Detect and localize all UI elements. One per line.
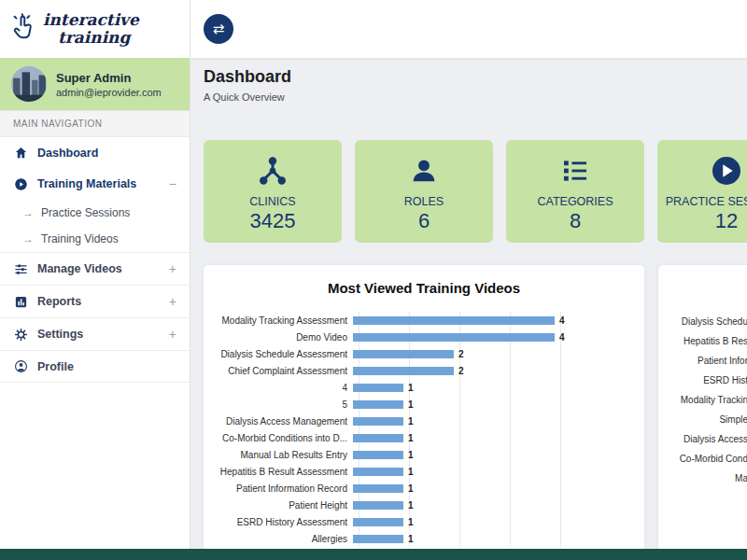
chart-plot: 1: [353, 429, 633, 446]
sidebar-item-profile[interactable]: Profile: [0, 350, 190, 383]
chart-row: Modality Tracking Assessment4: [215, 312, 633, 329]
chart-category-label: Chief Complaint Assessment: [215, 366, 353, 376]
chart-category-label: ESRD History Assessment: [215, 517, 353, 527]
stat-card-categories: CATEGORIES 8: [506, 140, 644, 243]
collapse-icon[interactable]: −: [169, 176, 176, 191]
chart-row: Hepatitis B Result Assessment1: [215, 463, 633, 480]
person-circle-icon: [13, 359, 28, 373]
stat-value: 3425: [250, 209, 296, 233]
chart-plot: 1: [353, 463, 633, 480]
chart-bar: [353, 400, 403, 409]
sidebar-item-training-materials[interactable]: Training Materials −: [0, 168, 190, 200]
chart-plot: 1: [353, 480, 633, 497]
chart-bar: [353, 501, 403, 510]
stat-label: CATEGORIES: [537, 195, 613, 208]
sliders-icon: [13, 262, 28, 276]
logo-text-line1: interactive: [43, 11, 139, 29]
stat-cards-row: CLINICS 3425 ROLES 6 CATEGORIES 8: [204, 140, 747, 243]
chart-row: Dialysis Access: [669, 429, 747, 449]
chart-row: Patient Infor: [669, 351, 747, 371]
chart-value-label: 1: [408, 467, 414, 477]
chart-plot: 2: [353, 345, 633, 362]
stat-value: 6: [418, 209, 430, 233]
sidebar-item-dashboard[interactable]: Dashboard: [0, 137, 190, 168]
nav-section-label: MAIN NAVIGATION: [0, 110, 190, 137]
chart-category-label: Dialysis Schedu: [669, 316, 747, 327]
chart-plot: 2: [353, 362, 633, 379]
play-circle-icon: [710, 153, 743, 189]
play-circle-icon: [13, 177, 28, 191]
user-profile[interactable]: Super Admin admin@ieprovider.com: [0, 58, 190, 110]
chart-bar: [353, 518, 403, 526]
chart-category-label: Patient Height: [215, 500, 353, 511]
chart-bar: [353, 384, 403, 392]
stat-label: ROLES: [404, 195, 444, 208]
chart-bar: [353, 333, 555, 342]
chart-row: Ma: [669, 469, 747, 488]
chart-plot: 1: [353, 379, 633, 396]
sidebar-item-label: Manage Videos: [37, 262, 122, 275]
chart-bar: [353, 535, 403, 543]
sidebar-item-label: Reports: [37, 295, 81, 308]
chart-title: [669, 280, 747, 301]
chart-category-label: Dialysis Schedule Assessment: [215, 349, 353, 359]
most-viewed-videos-chart-card: Most Viewed Training Videos Modality Tra…: [204, 265, 644, 549]
chart-category-label: Simple: [669, 414, 747, 425]
chart-value-label: 1: [408, 416, 414, 427]
expand-icon[interactable]: +: [169, 294, 176, 309]
sidebar-item-label: Dashboard: [37, 147, 98, 160]
app-window: interactive training Super: [0, 0, 747, 560]
chart-category-label: Dialysis Access Management: [215, 416, 353, 427]
expand-icon[interactable]: +: [169, 261, 176, 276]
chart-value-label: 4: [559, 332, 565, 343]
chart-plot: 1: [353, 396, 633, 413]
stat-value: 12: [715, 209, 738, 233]
chart-plot: 1: [353, 513, 633, 530]
chart-plot: 1: [353, 413, 633, 429]
arrow-right-icon: →: [22, 232, 34, 245]
chart-value-label: 4: [559, 315, 565, 326]
sidebar-toggle-button[interactable]: ⇄: [204, 14, 233, 44]
sidebar-item-label: Settings: [37, 328, 83, 341]
chart-value-label: 1: [408, 383, 414, 393]
chart-value-label: 1: [408, 433, 414, 443]
chart-plot: 1: [353, 497, 633, 513]
person-icon: [408, 153, 440, 189]
sidebar-item-label: Profile: [37, 360, 74, 373]
chart-value-label: 1: [408, 500, 414, 511]
chart-row: Demo Video4: [215, 329, 633, 345]
chart-category-label: Dialysis Access: [669, 434, 747, 444]
chart-value-label: 1: [408, 399, 414, 410]
sidebar-item-manage-videos[interactable]: Manage Videos +: [0, 252, 190, 285]
stat-value: 8: [570, 209, 581, 233]
horizontal-bar-chart: Modality Tracking Assessment4Demo Video4…: [215, 312, 633, 547]
sidebar-item-practice-sessions[interactable]: → Practice Sessions: [0, 200, 190, 226]
expand-icon[interactable]: +: [169, 327, 176, 342]
chart-row: Patient Information Record1: [215, 480, 633, 497]
chart-category-label: 5: [215, 399, 353, 410]
chart-bar: [353, 468, 403, 476]
chart-row: Simple: [669, 410, 747, 429]
main-content: Dashboard A Quick Overview CLINICS 3425 …: [190, 58, 747, 549]
sidebar-item-reports[interactable]: Reports +: [0, 285, 190, 317]
stat-card-clinics: CLINICS 3425: [204, 140, 342, 243]
app-logo: interactive training: [0, 0, 190, 58]
chart-plot: 1: [353, 530, 633, 547]
chart-category-label: Manual Lab Results Entry: [215, 450, 353, 460]
chart-value-label: 2: [458, 349, 464, 359]
sidebar-item-training-videos[interactable]: → Training Videos: [0, 226, 190, 252]
sidebar-item-settings[interactable]: Settings +: [0, 317, 190, 350]
bottom-taskbar-strip: [0, 549, 747, 560]
list-icon: [559, 153, 591, 189]
chart-row: 51: [215, 396, 633, 413]
chart-category-label: 4: [215, 383, 353, 393]
chart-row: ESRD History Assessment1: [215, 513, 633, 530]
chart-row: Allergies1: [215, 530, 633, 547]
chart-row: Chief Complaint Assessment2: [215, 362, 633, 379]
user-email: admin@ieprovider.com: [56, 87, 162, 98]
chart-category-label: Hepatitis B Res: [669, 336, 747, 346]
sidebar-item-label: Training Videos: [41, 232, 119, 245]
chart-category-label: Allergies: [215, 534, 353, 544]
chart-value-label: 1: [408, 517, 414, 527]
page-subtitle: A Quick Overview: [204, 91, 285, 103]
